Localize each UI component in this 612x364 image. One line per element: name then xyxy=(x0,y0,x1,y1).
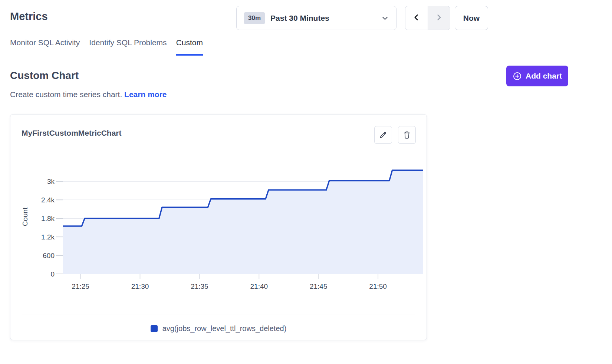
metrics-page: Metrics 30m Past 30 Minutes Now Monitor … xyxy=(0,0,612,364)
svg-text:21:40: 21:40 xyxy=(250,282,268,290)
learn-more-link[interactable]: Learn more xyxy=(124,90,167,99)
next-time-button[interactable] xyxy=(428,6,450,30)
svg-text:1.8k: 1.8k xyxy=(41,215,55,222)
svg-text:21:50: 21:50 xyxy=(369,282,387,290)
svg-text:3k: 3k xyxy=(47,178,55,185)
legend-swatch xyxy=(151,325,158,332)
svg-text:2.4k: 2.4k xyxy=(41,196,55,204)
svg-text:0: 0 xyxy=(50,270,55,278)
add-chart-button[interactable]: Add chart xyxy=(506,66,568,86)
time-pager xyxy=(405,6,450,30)
page-title: Metrics xyxy=(10,10,48,23)
chevron-down-icon xyxy=(381,14,389,22)
prev-time-button[interactable] xyxy=(405,6,428,30)
metrics-tabs: Monitor SQL Activity Identify SQL Proble… xyxy=(10,38,602,55)
tab-custom[interactable]: Custom xyxy=(176,38,203,55)
section-subtitle: Create custom time series chart. Learn m… xyxy=(10,90,167,99)
svg-text:21:45: 21:45 xyxy=(310,282,328,290)
legend-label: avg(jobs_row_level_ttl_rows_deleted) xyxy=(162,324,287,333)
legend-divider xyxy=(22,314,415,314)
plus-circle-icon xyxy=(513,72,522,81)
custom-chart-plot[interactable]: 06001.2k1.8k2.4k3k21:2521:3021:3521:4021… xyxy=(10,115,427,341)
subtitle-text: Create custom time series chart. xyxy=(10,90,122,99)
now-button[interactable]: Now xyxy=(455,6,488,30)
time-range-badge: 30m xyxy=(244,12,265,24)
chevron-left-icon xyxy=(412,13,421,23)
svg-text:21:30: 21:30 xyxy=(131,282,149,290)
time-range-label: Past 30 Minutes xyxy=(270,14,329,23)
svg-text:21:25: 21:25 xyxy=(72,282,89,290)
svg-text:21:35: 21:35 xyxy=(191,282,208,290)
now-button-label: Now xyxy=(463,14,480,23)
tab-monitor-sql-activity[interactable]: Monitor SQL Activity xyxy=(10,38,80,55)
tab-identify-sql-problems[interactable]: Identify SQL Problems xyxy=(89,38,167,55)
svg-text:Count: Count xyxy=(21,207,29,226)
section-heading: Custom Chart xyxy=(10,70,79,82)
add-chart-label: Add chart xyxy=(526,72,562,80)
legend-item[interactable]: avg(jobs_row_level_ttl_rows_deleted) xyxy=(10,324,427,333)
chevron-right-icon xyxy=(435,13,443,23)
time-range-select[interactable]: 30m Past 30 Minutes xyxy=(236,6,397,30)
svg-text:600: 600 xyxy=(43,252,55,259)
svg-text:1.2k: 1.2k xyxy=(41,233,55,241)
custom-chart-card: MyFirstCustomMetricChart 06001.2k1.8k2.4… xyxy=(10,114,427,340)
